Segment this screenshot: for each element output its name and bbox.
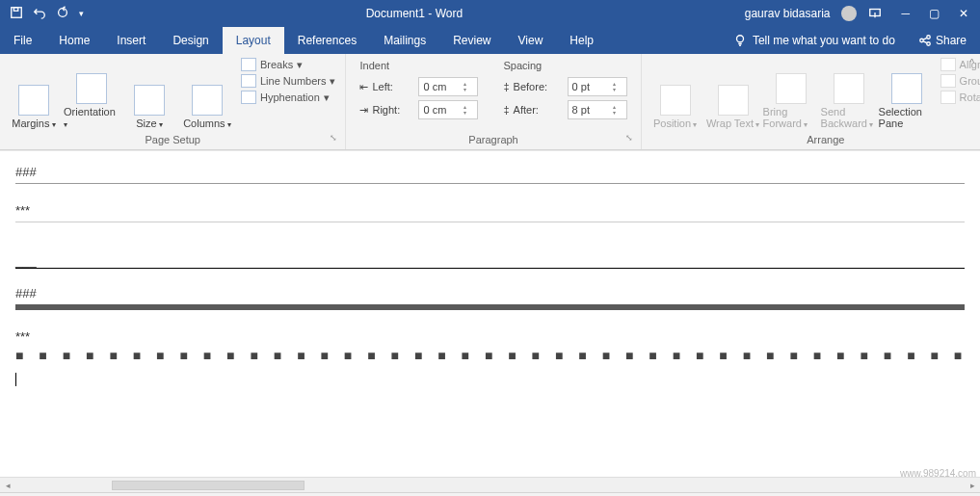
indent-heading: Indent <box>359 60 478 71</box>
watermark: www.989214.com <box>900 468 976 479</box>
tab-references[interactable]: References <box>284 27 370 54</box>
selection-pane-button[interactable]: Selection Pane <box>879 56 935 131</box>
wrap-text-button: Wrap Text <box>705 56 761 131</box>
title-bar: ▾ Document1 - Word gaurav bidasaria ─ ▢ … <box>0 0 980 27</box>
tab-layout[interactable]: Layout <box>223 27 284 54</box>
indent-left-input[interactable]: 0 cm▴▾ <box>418 77 478 96</box>
undo-icon[interactable] <box>33 6 46 22</box>
orientation-button[interactable]: Orientation <box>64 56 119 131</box>
user-name[interactable]: gaurav bidasaria <box>745 7 831 20</box>
indent-right-icon: ⇥ <box>359 104 368 117</box>
share-icon <box>918 34 932 47</box>
hr-thick <box>15 304 965 310</box>
indent-left-label: Left: <box>372 81 414 92</box>
user-avatar[interactable] <box>841 6 857 21</box>
quick-access-toolbar: ▾ <box>4 6 84 22</box>
text-line-1: ### <box>15 165 965 179</box>
status-bar: Page 2 of 2 32 words 📖 English (India) <box>0 492 980 496</box>
tab-review[interactable]: Review <box>439 27 504 54</box>
send-backward-button: Send Backward <box>821 56 877 131</box>
share-button[interactable]: Share <box>905 27 980 54</box>
indent-right-row: ⇥ Right: 0 cm▴▾ <box>359 100 478 119</box>
text-line-4: ### <box>15 286 965 300</box>
hr-underline <box>15 268 965 269</box>
text-line-3: ___ <box>15 253 965 268</box>
group-label-paragraph: Paragraph <box>468 134 517 145</box>
group-label-arrange: Arrange <box>807 134 844 145</box>
close-icon[interactable]: ✕ <box>959 7 968 20</box>
ribbon-tabs: File Home Insert Design Layout Reference… <box>0 27 980 54</box>
scroll-track[interactable] <box>15 481 965 490</box>
spacing-heading: Spacing <box>503 60 626 71</box>
scroll-thumb[interactable] <box>112 481 305 490</box>
tab-mailings[interactable]: Mailings <box>370 27 439 54</box>
text-cursor <box>15 373 965 386</box>
margins-button[interactable]: Margins <box>6 56 62 131</box>
tab-file[interactable]: File <box>0 27 45 54</box>
indent-right-input[interactable]: 0 cm▴▾ <box>418 100 478 119</box>
hr-thinner <box>15 222 965 222</box>
scroll-right-icon[interactable]: ▸ <box>965 481 980 490</box>
svg-rect-0 <box>12 7 22 17</box>
redo-icon[interactable] <box>56 6 69 22</box>
document-title: Document1 - Word <box>84 7 745 20</box>
text-line-5: *** <box>15 329 965 344</box>
spacing-after-input[interactable]: 8 pt▴▾ <box>568 100 627 119</box>
horizontal-scrollbar[interactable]: ◂ ▸ <box>0 477 980 492</box>
line-numbers-button[interactable]: Line Numbers ▾ <box>241 74 335 88</box>
group-arrange: Position Wrap Text Bring Forward Send Ba… <box>642 54 980 149</box>
hr-dotted: ■ ■ ■ ■ ■ ■ ■ ■ ■ ■ ■ ■ ■ ■ ■ ■ ■ ■ ■ ■ … <box>15 348 965 363</box>
group-button: Group ▾ <box>940 74 980 88</box>
tell-me-search[interactable]: Tell me what you want to do <box>724 27 905 54</box>
tab-home[interactable]: Home <box>45 27 103 54</box>
minimize-icon[interactable]: ─ <box>901 7 910 20</box>
svg-point-7 <box>927 42 931 46</box>
indent-left-row: ⇤ Left: 0 cm▴▾ <box>359 77 478 96</box>
ribbon: Margins Orientation Size Columns Breaks … <box>0 54 980 150</box>
lightbulb-icon <box>733 34 747 47</box>
paragraph-dialog-launcher[interactable]: ⤡ <box>625 130 633 145</box>
maximize-icon[interactable]: ▢ <box>929 7 940 20</box>
group-page-setup: Margins Orientation Size Columns Breaks … <box>0 54 346 149</box>
page-content: ### *** ___ ### *** ■ ■ ■ ■ ■ ■ ■ ■ ■ ■ … <box>0 151 980 386</box>
spacing-after-label: After: <box>514 104 564 116</box>
spacing-before-row: ‡ Before: 0 pt▴▾ <box>503 77 626 96</box>
svg-rect-1 <box>13 7 17 11</box>
columns-button[interactable]: Columns <box>179 56 235 131</box>
position-button: Position <box>648 56 703 131</box>
ribbon-options-icon[interactable] <box>868 6 882 22</box>
group-label-pagesetup: Page Setup <box>145 134 200 145</box>
tab-view[interactable]: View <box>505 27 557 54</box>
hyphenation-button[interactable]: Hyphenation ▾ <box>241 91 335 104</box>
tab-help[interactable]: Help <box>556 27 607 54</box>
tab-design[interactable]: Design <box>159 27 222 54</box>
spacing-before-icon: ‡ <box>503 81 509 92</box>
document-area[interactable]: ### *** ___ ### *** ■ ■ ■ ■ ■ ■ ■ ■ ■ ■ … <box>0 150 980 477</box>
text-line-2: *** <box>15 203 965 218</box>
rotate-button: Rotate ▾ <box>940 91 980 104</box>
size-button[interactable]: Size <box>121 56 177 131</box>
hr-thin <box>15 183 965 184</box>
spacing-before-input[interactable]: 0 pt▴▾ <box>568 77 627 96</box>
bring-forward-button: Bring Forward <box>763 56 819 131</box>
spacing-after-row: ‡ After: 8 pt▴▾ <box>503 100 626 119</box>
indent-left-icon: ⇤ <box>359 81 368 93</box>
tab-insert[interactable]: Insert <box>103 27 159 54</box>
group-paragraph: Indent ⇤ Left: 0 cm▴▾ ⇥ Right: 0 cm▴▾ Sp… <box>346 54 641 149</box>
svg-point-4 <box>736 36 743 42</box>
svg-point-5 <box>920 39 924 42</box>
spacing-after-icon: ‡ <box>503 104 509 116</box>
pagesetup-dialog-launcher[interactable]: ⤡ <box>330 130 337 145</box>
save-icon[interactable] <box>10 6 23 22</box>
svg-point-6 <box>927 36 931 39</box>
share-label: Share <box>936 34 967 47</box>
spacing-before-label: Before: <box>514 81 564 92</box>
scroll-left-icon[interactable]: ◂ <box>0 481 15 490</box>
svg-point-2 <box>59 8 67 16</box>
collapse-ribbon-icon[interactable]: ^ <box>969 58 974 68</box>
tell-me-label: Tell me what you want to do <box>753 34 895 47</box>
breaks-button[interactable]: Breaks ▾ <box>241 58 335 71</box>
indent-right-label: Right: <box>372 104 414 116</box>
